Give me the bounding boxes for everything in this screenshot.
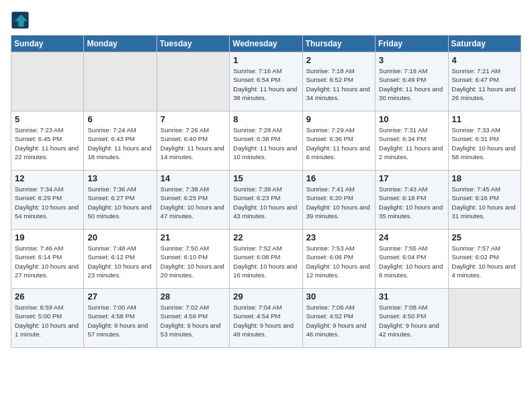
cell-sun-info: Sunrise: 7:36 AMSunset: 6:27 PMDaylight:… — [87, 185, 152, 220]
calendar-week-row: 26Sunrise: 6:59 AMSunset: 5:00 PMDayligh… — [11, 289, 521, 348]
day-number: 28 — [161, 291, 226, 302]
day-number: 31 — [379, 291, 444, 302]
calendar-cell: 14Sunrise: 7:38 AMSunset: 6:25 PMDayligh… — [157, 171, 229, 230]
calendar-cell: 4Sunrise: 7:21 AMSunset: 6:47 PMDaylight… — [448, 52, 521, 111]
calendar-body: 1Sunrise: 7:16 AMSunset: 6:54 PMDaylight… — [11, 52, 521, 348]
day-of-week-header: Tuesday — [157, 36, 229, 52]
cell-sun-info: Sunrise: 7:43 AMSunset: 6:18 PMDaylight:… — [379, 185, 444, 220]
cell-sun-info: Sunrise: 7:29 AMSunset: 6:36 PMDaylight:… — [306, 126, 371, 161]
calendar-cell: 11Sunrise: 7:33 AMSunset: 6:31 PMDayligh… — [448, 111, 521, 171]
calendar-cell: 12Sunrise: 7:34 AMSunset: 6:29 PMDayligh… — [11, 171, 84, 230]
day-number: 21 — [161, 232, 226, 242]
cell-sun-info: Sunrise: 7:24 AMSunset: 6:43 PMDaylight:… — [87, 126, 152, 161]
cell-sun-info: Sunrise: 7:19 AMSunset: 6:49 PMDaylight:… — [379, 66, 444, 102]
cell-sun-info: Sunrise: 7:46 AMSunset: 6:14 PMDaylight:… — [15, 244, 80, 279]
calendar-cell: 9Sunrise: 7:29 AMSunset: 6:36 PMDaylight… — [302, 111, 375, 171]
day-number: 6 — [87, 114, 152, 124]
calendar-cell: 3Sunrise: 7:19 AMSunset: 6:49 PMDaylight… — [375, 52, 448, 111]
day-of-week-header: Saturday — [448, 36, 521, 52]
calendar-cell: 20Sunrise: 7:48 AMSunset: 6:12 PMDayligh… — [84, 230, 157, 289]
day-number: 27 — [87, 291, 152, 302]
day-number: 18 — [452, 173, 517, 183]
day-number: 10 — [379, 114, 444, 124]
calendar-cell: 1Sunrise: 7:16 AMSunset: 6:54 PMDaylight… — [230, 52, 302, 111]
cell-sun-info: Sunrise: 7:45 AMSunset: 6:16 PMDaylight:… — [452, 185, 517, 220]
day-number: 20 — [87, 232, 152, 242]
calendar-cell: 15Sunrise: 7:39 AMSunset: 6:23 PMDayligh… — [230, 171, 302, 230]
calendar-cell — [11, 52, 84, 111]
cell-sun-info: Sunrise: 7:02 AMSunset: 4:56 PMDaylight:… — [161, 303, 226, 338]
day-number: 9 — [306, 114, 371, 124]
cell-sun-info: Sunrise: 7:34 AMSunset: 6:29 PMDaylight:… — [15, 185, 80, 220]
cell-sun-info: Sunrise: 7:08 AMSunset: 4:50 PMDaylight:… — [379, 303, 444, 338]
logo — [11, 11, 31, 30]
cell-sun-info: Sunrise: 7:52 AMSunset: 6:08 PMDaylight:… — [233, 244, 298, 279]
day-number: 15 — [233, 173, 298, 183]
day-number: 1 — [233, 55, 298, 65]
calendar-cell: 10Sunrise: 7:31 AMSunset: 6:34 PMDayligh… — [375, 111, 448, 171]
day-number: 23 — [306, 232, 371, 242]
calendar-cell: 26Sunrise: 6:59 AMSunset: 5:00 PMDayligh… — [11, 289, 84, 348]
day-of-week-header: Wednesday — [230, 36, 302, 52]
calendar-cell — [448, 289, 521, 348]
calendar-table: SundayMondayTuesdayWednesdayThursdayFrid… — [11, 35, 521, 348]
calendar-cell: 23Sunrise: 7:53 AMSunset: 6:06 PMDayligh… — [302, 230, 375, 289]
calendar-cell: 2Sunrise: 7:18 AMSunset: 6:52 PMDaylight… — [302, 52, 375, 111]
cell-sun-info: Sunrise: 7:39 AMSunset: 6:23 PMDaylight:… — [233, 185, 298, 220]
calendar-cell: 28Sunrise: 7:02 AMSunset: 4:56 PMDayligh… — [157, 289, 229, 348]
cell-sun-info: Sunrise: 7:41 AMSunset: 6:20 PMDaylight:… — [306, 185, 371, 220]
day-number: 12 — [15, 173, 80, 183]
cell-sun-info: Sunrise: 7:26 AMSunset: 6:40 PMDaylight:… — [161, 126, 226, 161]
cell-sun-info: Sunrise: 7:18 AMSunset: 6:52 PMDaylight:… — [306, 66, 371, 102]
cell-sun-info: Sunrise: 7:33 AMSunset: 6:31 PMDaylight:… — [452, 126, 517, 161]
day-number: 19 — [15, 232, 80, 242]
day-number: 11 — [452, 114, 517, 124]
calendar-week-row: 12Sunrise: 7:34 AMSunset: 6:29 PMDayligh… — [11, 171, 521, 230]
calendar-cell: 29Sunrise: 7:04 AMSunset: 4:54 PMDayligh… — [230, 289, 302, 348]
calendar-week-row: 5Sunrise: 7:23 AMSunset: 6:45 PMDaylight… — [11, 111, 521, 171]
cell-sun-info: Sunrise: 7:57 AMSunset: 6:02 PMDaylight:… — [452, 244, 517, 279]
calendar-cell: 5Sunrise: 7:23 AMSunset: 6:45 PMDaylight… — [11, 111, 84, 171]
day-number: 3 — [379, 55, 444, 65]
day-number: 7 — [161, 114, 226, 124]
calendar-cell: 19Sunrise: 7:46 AMSunset: 6:14 PMDayligh… — [11, 230, 84, 289]
calendar-cell: 7Sunrise: 7:26 AMSunset: 6:40 PMDaylight… — [157, 111, 229, 171]
day-number: 13 — [87, 173, 152, 183]
calendar-cell: 30Sunrise: 7:06 AMSunset: 4:52 PMDayligh… — [302, 289, 375, 348]
calendar-cell — [157, 52, 229, 111]
cell-sun-info: Sunrise: 7:38 AMSunset: 6:25 PMDaylight:… — [161, 185, 226, 220]
calendar-week-row: 1Sunrise: 7:16 AMSunset: 6:54 PMDaylight… — [11, 52, 521, 111]
day-number: 4 — [452, 55, 517, 65]
day-number: 29 — [233, 291, 298, 302]
cell-sun-info: Sunrise: 7:53 AMSunset: 6:06 PMDaylight:… — [306, 244, 371, 279]
calendar-cell: 24Sunrise: 7:55 AMSunset: 6:04 PMDayligh… — [375, 230, 448, 289]
day-number: 5 — [15, 114, 80, 124]
cell-sun-info: Sunrise: 7:16 AMSunset: 6:54 PMDaylight:… — [233, 66, 298, 102]
day-number: 8 — [233, 114, 298, 124]
calendar-cell: 8Sunrise: 7:28 AMSunset: 6:38 PMDaylight… — [230, 111, 302, 171]
cell-sun-info: Sunrise: 7:55 AMSunset: 6:04 PMDaylight:… — [379, 244, 444, 279]
day-number: 17 — [379, 173, 444, 183]
cell-sun-info: Sunrise: 7:21 AMSunset: 6:47 PMDaylight:… — [452, 66, 517, 102]
cell-sun-info: Sunrise: 7:00 AMSunset: 4:58 PMDaylight:… — [87, 303, 152, 338]
cell-sun-info: Sunrise: 7:23 AMSunset: 6:45 PMDaylight:… — [15, 126, 80, 161]
calendar-cell: 6Sunrise: 7:24 AMSunset: 6:43 PMDaylight… — [84, 111, 157, 171]
logo-icon — [11, 11, 30, 30]
cell-sun-info: Sunrise: 7:06 AMSunset: 4:52 PMDaylight:… — [306, 303, 371, 338]
cell-sun-info: Sunrise: 7:31 AMSunset: 6:34 PMDaylight:… — [379, 126, 444, 161]
calendar-cell: 18Sunrise: 7:45 AMSunset: 6:16 PMDayligh… — [448, 171, 521, 230]
cell-sun-info: Sunrise: 6:59 AMSunset: 5:00 PMDaylight:… — [15, 303, 80, 338]
day-number: 22 — [233, 232, 298, 242]
calendar-header-row: SundayMondayTuesdayWednesdayThursdayFrid… — [11, 36, 521, 52]
day-of-week-header: Friday — [375, 36, 448, 52]
day-number: 26 — [15, 291, 80, 302]
calendar-cell: 31Sunrise: 7:08 AMSunset: 4:50 PMDayligh… — [375, 289, 448, 348]
calendar-cell — [84, 52, 157, 111]
cell-sun-info: Sunrise: 7:48 AMSunset: 6:12 PMDaylight:… — [87, 244, 152, 279]
day-number: 14 — [161, 173, 226, 183]
day-of-week-header: Sunday — [11, 36, 84, 52]
calendar-cell: 21Sunrise: 7:50 AMSunset: 6:10 PMDayligh… — [157, 230, 229, 289]
cell-sun-info: Sunrise: 7:50 AMSunset: 6:10 PMDaylight:… — [161, 244, 226, 279]
day-number: 2 — [306, 55, 371, 65]
calendar-cell: 25Sunrise: 7:57 AMSunset: 6:02 PMDayligh… — [448, 230, 521, 289]
